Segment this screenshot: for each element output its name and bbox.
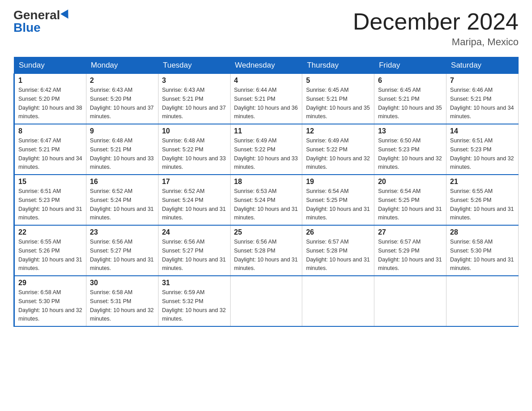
- day-info: Sunrise: 6:53 AMSunset: 5:24 PMDaylight:…: [234, 188, 298, 221]
- day-cell-5: 5 Sunrise: 6:45 AMSunset: 5:21 PMDayligh…: [302, 74, 374, 124]
- day-info: Sunrise: 6:43 AMSunset: 5:21 PMDaylight:…: [162, 87, 226, 120]
- week-row-1: 1 Sunrise: 6:42 AMSunset: 5:20 PMDayligh…: [14, 74, 519, 124]
- day-cell-20: 20 Sunrise: 6:54 AMSunset: 5:25 PMDaylig…: [374, 175, 446, 225]
- day-number: 22: [18, 228, 82, 236]
- day-number: 14: [450, 127, 515, 135]
- empty-cell-4-3: [230, 276, 302, 326]
- header-cell-sunday: Sunday: [14, 57, 86, 74]
- header-cell-wednesday: Wednesday: [230, 57, 302, 74]
- day-info: Sunrise: 6:58 AMSunset: 5:31 PMDaylight:…: [90, 289, 154, 322]
- day-cell-25: 25 Sunrise: 6:56 AMSunset: 5:28 PMDaylig…: [230, 225, 302, 276]
- day-info: Sunrise: 6:52 AMSunset: 5:24 PMDaylight:…: [90, 188, 154, 221]
- day-cell-30: 30 Sunrise: 6:58 AMSunset: 5:31 PMDaylig…: [86, 276, 158, 326]
- day-cell-24: 24 Sunrise: 6:56 AMSunset: 5:27 PMDaylig…: [158, 225, 230, 276]
- day-info: Sunrise: 6:57 AMSunset: 5:29 PMDaylight:…: [378, 239, 442, 271]
- day-number: 17: [162, 178, 227, 186]
- day-number: 23: [90, 228, 154, 236]
- day-info: Sunrise: 6:42 AMSunset: 5:20 PMDaylight:…: [18, 87, 82, 120]
- day-number: 26: [306, 228, 370, 236]
- day-number: 15: [18, 178, 82, 186]
- day-cell-19: 19 Sunrise: 6:54 AMSunset: 5:25 PMDaylig…: [302, 175, 374, 225]
- day-cell-9: 9 Sunrise: 6:48 AMSunset: 5:21 PMDayligh…: [86, 124, 158, 175]
- day-number: 10: [162, 127, 227, 135]
- day-info: Sunrise: 6:54 AMSunset: 5:25 PMDaylight:…: [306, 188, 369, 221]
- day-number: 18: [234, 178, 299, 186]
- day-info: Sunrise: 6:55 AMSunset: 5:26 PMDaylight:…: [18, 239, 82, 271]
- day-cell-7: 7 Sunrise: 6:46 AMSunset: 5:21 PMDayligh…: [446, 74, 519, 124]
- header-cell-tuesday: Tuesday: [158, 57, 230, 74]
- day-cell-28: 28 Sunrise: 6:58 AMSunset: 5:30 PMDaylig…: [446, 225, 519, 276]
- logo-triangle-icon: [60, 9, 72, 21]
- logo-general: General: [13, 9, 60, 21]
- calendar-body: 1 Sunrise: 6:42 AMSunset: 5:20 PMDayligh…: [14, 74, 519, 327]
- day-cell-31: 31 Sunrise: 6:59 AMSunset: 5:32 PMDaylig…: [158, 276, 230, 326]
- day-number: 24: [162, 228, 227, 236]
- day-cell-16: 16 Sunrise: 6:52 AMSunset: 5:24 PMDaylig…: [86, 175, 158, 225]
- day-info: Sunrise: 6:58 AMSunset: 5:30 PMDaylight:…: [18, 289, 82, 322]
- day-info: Sunrise: 6:45 AMSunset: 5:21 PMDaylight:…: [306, 87, 369, 120]
- day-number: 1: [18, 77, 82, 85]
- day-cell-8: 8 Sunrise: 6:47 AMSunset: 5:21 PMDayligh…: [14, 124, 86, 175]
- day-number: 4: [234, 77, 299, 85]
- logo-blue: Blue: [13, 21, 41, 34]
- day-cell-22: 22 Sunrise: 6:55 AMSunset: 5:26 PMDaylig…: [14, 225, 86, 276]
- day-number: 2: [90, 77, 154, 85]
- day-info: Sunrise: 6:49 AMSunset: 5:22 PMDaylight:…: [234, 137, 298, 170]
- month-title: December 2024: [353, 9, 519, 34]
- day-number: 12: [306, 127, 370, 135]
- day-cell-26: 26 Sunrise: 6:57 AMSunset: 5:28 PMDaylig…: [302, 225, 374, 276]
- day-cell-6: 6 Sunrise: 6:45 AMSunset: 5:21 PMDayligh…: [374, 74, 446, 124]
- day-cell-14: 14 Sunrise: 6:51 AMSunset: 5:23 PMDaylig…: [446, 124, 519, 175]
- page-header: General Blue December 2024 Maripa, Mexic…: [13, 9, 519, 48]
- day-info: Sunrise: 6:54 AMSunset: 5:25 PMDaylight:…: [378, 188, 442, 221]
- header-cell-saturday: Saturday: [446, 57, 519, 74]
- logo: General Blue: [13, 9, 71, 34]
- day-info: Sunrise: 6:48 AMSunset: 5:21 PMDaylight:…: [90, 137, 154, 170]
- day-info: Sunrise: 6:46 AMSunset: 5:21 PMDaylight:…: [450, 87, 514, 120]
- week-row-2: 8 Sunrise: 6:47 AMSunset: 5:21 PMDayligh…: [14, 124, 519, 175]
- day-cell-18: 18 Sunrise: 6:53 AMSunset: 5:24 PMDaylig…: [230, 175, 302, 225]
- day-number: 28: [450, 228, 515, 236]
- day-number: 25: [234, 228, 299, 236]
- day-cell-10: 10 Sunrise: 6:48 AMSunset: 5:22 PMDaylig…: [158, 124, 230, 175]
- header-cell-monday: Monday: [86, 57, 158, 74]
- day-info: Sunrise: 6:59 AMSunset: 5:32 PMDaylight:…: [162, 289, 226, 322]
- day-cell-23: 23 Sunrise: 6:56 AMSunset: 5:27 PMDaylig…: [86, 225, 158, 276]
- location-subtitle: Maripa, Mexico: [353, 36, 519, 48]
- empty-cell-4-5: [374, 276, 446, 326]
- day-number: 31: [162, 279, 227, 287]
- day-cell-21: 21 Sunrise: 6:55 AMSunset: 5:26 PMDaylig…: [446, 175, 519, 225]
- day-number: 20: [378, 178, 442, 186]
- empty-cell-4-4: [302, 276, 374, 326]
- day-number: 19: [306, 178, 370, 186]
- empty-cell-4-6: [446, 276, 519, 326]
- day-info: Sunrise: 6:48 AMSunset: 5:22 PMDaylight:…: [162, 137, 226, 170]
- day-cell-1: 1 Sunrise: 6:42 AMSunset: 5:20 PMDayligh…: [14, 74, 86, 124]
- day-number: 9: [90, 127, 154, 135]
- day-cell-17: 17 Sunrise: 6:52 AMSunset: 5:24 PMDaylig…: [158, 175, 230, 225]
- day-info: Sunrise: 6:55 AMSunset: 5:26 PMDaylight:…: [450, 188, 514, 221]
- day-number: 27: [378, 228, 442, 236]
- day-number: 21: [450, 178, 515, 186]
- header-row: SundayMondayTuesdayWednesdayThursdayFrid…: [14, 57, 519, 74]
- day-info: Sunrise: 6:57 AMSunset: 5:28 PMDaylight:…: [306, 239, 369, 271]
- week-row-5: 29 Sunrise: 6:58 AMSunset: 5:30 PMDaylig…: [14, 276, 519, 326]
- day-cell-27: 27 Sunrise: 6:57 AMSunset: 5:29 PMDaylig…: [374, 225, 446, 276]
- calendar-table: SundayMondayTuesdayWednesdayThursdayFrid…: [13, 57, 519, 327]
- day-number: 30: [90, 279, 154, 287]
- day-info: Sunrise: 6:51 AMSunset: 5:23 PMDaylight:…: [450, 137, 514, 170]
- day-cell-29: 29 Sunrise: 6:58 AMSunset: 5:30 PMDaylig…: [14, 276, 86, 326]
- day-cell-4: 4 Sunrise: 6:44 AMSunset: 5:21 PMDayligh…: [230, 74, 302, 124]
- week-row-3: 15 Sunrise: 6:51 AMSunset: 5:23 PMDaylig…: [14, 175, 519, 225]
- day-number: 29: [18, 279, 82, 287]
- day-info: Sunrise: 6:49 AMSunset: 5:22 PMDaylight:…: [306, 137, 369, 170]
- day-info: Sunrise: 6:56 AMSunset: 5:27 PMDaylight:…: [162, 239, 226, 271]
- day-info: Sunrise: 6:56 AMSunset: 5:27 PMDaylight:…: [90, 239, 154, 271]
- week-row-4: 22 Sunrise: 6:55 AMSunset: 5:26 PMDaylig…: [14, 225, 519, 276]
- day-cell-13: 13 Sunrise: 6:50 AMSunset: 5:23 PMDaylig…: [374, 124, 446, 175]
- day-cell-2: 2 Sunrise: 6:43 AMSunset: 5:20 PMDayligh…: [86, 74, 158, 124]
- day-info: Sunrise: 6:56 AMSunset: 5:28 PMDaylight:…: [234, 239, 298, 271]
- day-number: 7: [450, 77, 515, 85]
- day-number: 5: [306, 77, 370, 85]
- day-info: Sunrise: 6:43 AMSunset: 5:20 PMDaylight:…: [90, 87, 154, 120]
